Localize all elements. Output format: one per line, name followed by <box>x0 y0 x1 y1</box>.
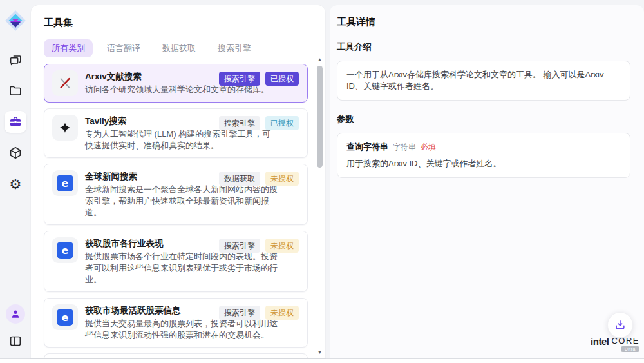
category-badge: 搜索引擎 <box>219 239 260 253</box>
tool-card-sector-performance[interactable]: e 获取股市各行业表现 提供股票市场各个行业在特定时间段内的表现。投资者可以利用… <box>44 231 308 292</box>
tool-desc: 提供当天交易量最高的股票列表，投资者可以利用这些信息来识别流动性强的股票和潜在的… <box>85 318 278 341</box>
sidebar-item-packages[interactable] <box>5 142 26 164</box>
scroll-up-icon[interactable]: ▲ <box>317 57 323 63</box>
auth-status-badge: 未授权 <box>265 172 299 186</box>
ultra-badge: Ultra <box>621 346 639 352</box>
category-badge: 搜索引擎 <box>219 72 260 86</box>
sidebar-nav: ⚙ <box>5 49 26 195</box>
layout-panel-icon <box>8 334 23 348</box>
tab-search-engine[interactable]: 搜索引擎 <box>210 39 259 57</box>
chat-icon <box>8 53 23 67</box>
intro-card: 一个用于从Arxiv存储库搜索科学论文和文章的工具。 输入可以是Arxiv ID… <box>337 61 630 101</box>
scrollbar-track[interactable] <box>317 63 323 349</box>
tool-list: Arxiv文献搜索 访问各个研究领域大量科学论文和文章的存储库。 搜索引擎 已授… <box>31 57 325 358</box>
category-tabs: 所有类别 语言翻译 数据获取 搜索引擎 <box>44 39 325 57</box>
tab-all-categories[interactable]: 所有类别 <box>44 39 93 57</box>
category-badge: 数据获取 <box>219 172 260 186</box>
app-logo <box>4 9 27 32</box>
arxiv-icon <box>52 70 78 96</box>
sidebar-item-files[interactable] <box>5 80 26 102</box>
tool-card-tavily[interactable]: Tavily搜索 专为人工智能代理 (LLM) 构建的搜索引擎工具，可快速提供实… <box>44 108 308 158</box>
toolbox-icon <box>8 115 23 129</box>
tool-desc: 专为人工智能代理 (LLM) 构建的搜索引擎工具，可快速提供实时、准确和真实的结… <box>85 128 278 152</box>
list-scrollbar[interactable]: ▲ ▼ <box>316 57 324 356</box>
tab-data-fetch[interactable]: 数据获取 <box>155 39 204 57</box>
news-e-icon: e <box>52 237 78 263</box>
tool-card-regional-news[interactable]: 万维地区新闻查询 查询具体行政区划内的新闻，快速了解各地新闻动 搜索引擎 未授权 <box>44 353 308 358</box>
tool-details-panel: 工具详情 工具介绍 一个用于从Arxiv存储库搜索科学论文和文章的工具。 输入可… <box>330 5 644 358</box>
app-logo-icon <box>4 9 27 32</box>
bottom-edge-strip <box>0 358 644 363</box>
sidebar-item-settings[interactable]: ⚙ <box>5 173 26 195</box>
auth-status-badge: 已授权 <box>265 116 299 130</box>
toggle-panel-button[interactable] <box>5 330 26 352</box>
tool-card-arxiv[interactable]: Arxiv文献搜索 访问各个研究领域大量科学论文和文章的存储库。 搜索引擎 已授… <box>44 64 308 103</box>
person-icon <box>10 308 21 320</box>
tool-card-active-stocks[interactable]: e 获取市场最活跃股票信息 提供当天交易量最高的股票列表，投资者可以利用这些信息… <box>44 298 308 348</box>
auth-status-badge: 未授权 <box>265 306 299 320</box>
folder-icon <box>8 84 23 98</box>
params-section-title: 参数 <box>337 113 630 125</box>
scrollbar-thumb[interactable] <box>317 66 323 168</box>
app-window: ⚙ 工具集 所有类别 <box>0 0 644 358</box>
auth-status-badge: 已授权 <box>265 72 299 86</box>
download-button[interactable] <box>607 312 633 338</box>
param-card: 查询字符串 字符串 必填 用于搜索的Arxiv ID、关键字或作者姓名。 <box>337 133 630 178</box>
star-icon <box>52 115 78 141</box>
sidebar-rail: ⚙ <box>0 5 31 358</box>
scroll-down-icon[interactable]: ▼ <box>317 349 323 356</box>
intro-section-title: 工具介绍 <box>337 41 630 53</box>
intro-text: 一个用于从Arxiv存储库搜索科学论文和文章的工具。 输入可以是Arxiv ID… <box>346 70 603 91</box>
tab-translation[interactable]: 语言翻译 <box>99 39 148 57</box>
intel-core-ultra-logo: intel CORE Ultra <box>591 336 639 352</box>
tool-card-global-news[interactable]: e 全球新闻搜索 全球新闻搜索是一个聚合全球各大新闻网站内容的搜索引擎，帮助用户… <box>44 164 308 225</box>
param-required-badge: 必填 <box>421 142 436 153</box>
tool-desc: 全球新闻搜索是一个聚合全球各大新闻网站内容的搜索引擎，帮助用户快速获取全球最新资… <box>85 184 278 219</box>
page-title: 工具集 <box>44 17 325 29</box>
category-badge: 搜索引擎 <box>219 116 260 130</box>
intel-wordmark: intel <box>591 336 609 347</box>
cube-icon <box>8 146 23 160</box>
news-e-icon: e <box>52 170 78 196</box>
tool-desc: 提供股票市场各个行业在特定时间段内的表现。投资者可以利用这些信息来识别表现优于或… <box>85 251 278 286</box>
param-name: 查询字符串 <box>346 141 388 153</box>
auth-status-badge: 未授权 <box>265 239 299 253</box>
param-type: 字符串 <box>393 142 416 153</box>
param-desc: 用于搜索的Arxiv ID、关键字或作者姓名。 <box>346 158 621 170</box>
download-icon <box>614 319 627 331</box>
tools-panel: 工具集 所有类别 语言翻译 数据获取 搜索引擎 Arxiv文献搜索 访问各个研究… <box>31 5 325 358</box>
sidebar-item-tools[interactable] <box>5 111 26 133</box>
gear-icon: ⚙ <box>10 177 22 191</box>
category-badge: 搜索引擎 <box>219 306 260 320</box>
sidebar-bottom <box>5 304 26 352</box>
sidebar-item-chat[interactable] <box>5 49 26 71</box>
core-wordmark: CORE <box>611 336 639 346</box>
details-title: 工具详情 <box>337 16 630 28</box>
user-avatar[interactable] <box>6 304 25 324</box>
news-e-icon: e <box>52 304 78 330</box>
